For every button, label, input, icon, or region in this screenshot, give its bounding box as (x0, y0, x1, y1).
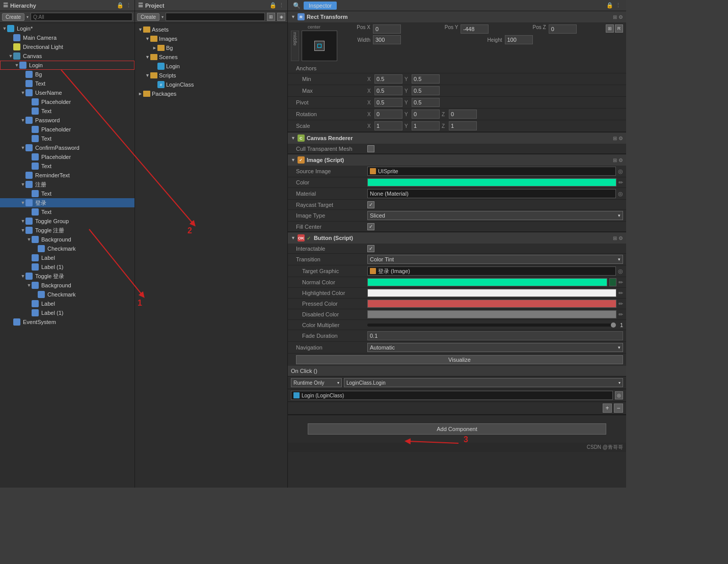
tree-item-zhuce-text[interactable]: Text (0, 189, 134, 198)
raycast-checkbox[interactable] (367, 201, 374, 208)
project-item-loginclass[interactable]: #LoginClass (137, 80, 285, 89)
button-script-header[interactable]: ▼ OK ✓ Button (Script) ⊞ ⚙ (288, 232, 626, 244)
pos-x-input[interactable] (373, 24, 401, 34)
tree-item-username[interactable]: ▼UserName (0, 88, 134, 97)
tree-item-text1[interactable]: Text (0, 79, 134, 88)
tree-item-toggle-denglu-bg[interactable]: ▼Background (0, 281, 134, 290)
tree-item-toggle-zhuce-check[interactable]: Checkmark (0, 244, 134, 253)
add-component-button[interactable]: Add Component (308, 423, 607, 435)
rot-z-input[interactable] (449, 110, 477, 119)
tree-item-bg[interactable]: Bg (0, 70, 134, 79)
tree-item-toggle-denglu-label1[interactable]: Label (1) (0, 308, 134, 317)
tree-item-eventsystem[interactable]: EventSystem (0, 317, 134, 327)
rt-reset-btn[interactable]: R (615, 24, 623, 33)
minus-button[interactable]: − (614, 404, 623, 413)
scale-z-input[interactable] (449, 121, 477, 130)
scale-x-input[interactable] (374, 121, 402, 130)
project-item-scenes[interactable]: ▼Scenes (137, 52, 285, 62)
max-y-input[interactable] (412, 86, 440, 95)
tree-item-password[interactable]: ▼Password (0, 116, 134, 125)
tree-item-password-placeholder[interactable]: Placeholder (0, 125, 134, 134)
target-graphic-field[interactable]: 登录 (Image) (367, 266, 616, 276)
plus-button[interactable]: + (603, 404, 612, 413)
image-script-header[interactable]: ▼ ✓ Image (Script) ⊞ ⚙ (288, 154, 626, 166)
login-class-target-btn[interactable]: ◎ (615, 391, 623, 399)
disabled-color-bar[interactable] (367, 310, 616, 318)
tree-item-username-text[interactable]: Text (0, 106, 134, 116)
tree-item-confirm-text[interactable]: Text (0, 162, 134, 171)
tree-item-main-camera[interactable]: Main Camera (0, 33, 134, 42)
interactable-checkbox[interactable] (367, 245, 374, 252)
width-input[interactable] (373, 35, 401, 44)
tree-item-toggle-denglu[interactable]: ▼Toggle 登录 (0, 272, 134, 281)
pressed-color-bar[interactable] (367, 300, 616, 308)
transition-dropdown[interactable]: Color Tint (367, 255, 623, 264)
color-multiplier-slider[interactable] (367, 324, 616, 327)
tree-item-password-text[interactable]: Text (0, 134, 134, 143)
rot-y-input[interactable] (412, 110, 440, 119)
source-image-target-icon[interactable]: ◎ (618, 168, 623, 175)
target-graphic-target-icon[interactable]: ◎ (618, 268, 623, 275)
hierarchy-search-input[interactable] (31, 13, 132, 21)
height-input[interactable] (505, 35, 533, 44)
normal-color-bar[interactable] (367, 278, 607, 286)
cull-checkbox[interactable] (367, 145, 374, 152)
rect-transform-header[interactable]: ▼ R Rect Transform ⊞ ⚙ (288, 11, 626, 22)
tree-item-login-star[interactable]: ▼Login* (0, 24, 134, 33)
project-item-packages[interactable]: ►Packages (137, 89, 285, 98)
runtime-dropdown[interactable]: Runtime Only (291, 378, 342, 387)
project-item-bg-folder[interactable]: ►Bg (137, 43, 285, 52)
function-dropdown[interactable]: LoginClass.Login (344, 378, 623, 387)
tree-item-confirmpassword[interactable]: ▼ConfirmPassword (0, 143, 134, 152)
normal-color-dark[interactable] (609, 278, 616, 286)
image-type-dropdown[interactable]: Sliced (367, 211, 623, 220)
highlighted-color-edit-icon[interactable]: ✏ (618, 290, 623, 297)
rect-visual[interactable] (302, 31, 337, 61)
tree-item-toggle-zhuce-bg[interactable]: ▼Background (0, 235, 134, 244)
rt-constrain-btn[interactable]: ⊞ (606, 24, 614, 33)
tree-item-toggle-denglu-check[interactable]: Checkmark (0, 290, 134, 299)
material-field[interactable]: None (Material) (367, 189, 616, 198)
project-item-login-scene[interactable]: Login (137, 62, 285, 71)
highlighted-color-bar[interactable] (367, 289, 616, 297)
tree-item-toggle-zhuce-label[interactable]: Label (0, 253, 134, 262)
tree-item-login[interactable]: ▼Login (0, 61, 134, 70)
fill-center-checkbox[interactable] (367, 223, 374, 230)
pos-z-input[interactable] (549, 24, 577, 34)
tree-item-denglu-text[interactable]: Text (0, 207, 134, 217)
image-color-bar[interactable] (367, 178, 616, 186)
source-image-field[interactable]: UISprite (367, 167, 616, 176)
min-x-input[interactable] (374, 74, 402, 84)
scale-y-input[interactable] (412, 121, 440, 130)
max-x-input[interactable] (374, 86, 402, 95)
disabled-color-edit-icon[interactable]: ✏ (618, 311, 623, 318)
login-class-field[interactable]: Login (LoginClass) (291, 391, 613, 400)
pressed-color-edit-icon[interactable]: ✏ (618, 301, 623, 307)
pivot-y-input[interactable] (412, 98, 440, 107)
tree-item-directional-light[interactable]: Directional Light (0, 42, 134, 51)
project-search-input[interactable] (166, 13, 265, 21)
project-item-scripts[interactable]: ▼Scripts (137, 71, 285, 80)
tree-item-confirm-placeholder[interactable]: Placeholder (0, 152, 134, 162)
project-item-images[interactable]: ▼Images (137, 34, 285, 43)
tree-item-toggle-denglu-label[interactable]: Label (0, 299, 134, 308)
tree-item-remindertext[interactable]: ReminderText (0, 171, 134, 180)
tree-item-toggle-zhuce-label1[interactable]: Label (1) (0, 262, 134, 272)
tree-item-canvas[interactable]: ▼Canvas (0, 51, 134, 61)
visualize-button[interactable]: Visualize (296, 355, 623, 364)
project-create-button[interactable]: Create (137, 13, 159, 21)
hierarchy-create-button[interactable]: Create (2, 13, 24, 21)
tree-item-toggle-zhuce[interactable]: ▼Toggle 注册 (0, 226, 134, 235)
tree-item-zhuce[interactable]: ▼注册 (0, 180, 134, 189)
image-color-edit-icon[interactable]: ✏ (618, 179, 623, 186)
canvas-renderer-header[interactable]: ▼ C Canvas Renderer ⊞ ⚙ (288, 132, 626, 144)
rot-x-input[interactable] (374, 110, 402, 119)
fade-duration-input[interactable] (367, 331, 623, 340)
pos-y-input[interactable] (461, 24, 489, 34)
material-target-icon[interactable]: ◎ (618, 191, 623, 197)
project-icon-btn2[interactable]: ◈ (277, 13, 285, 21)
tree-item-username-placeholder[interactable]: Placeholder (0, 97, 134, 106)
min-y-input[interactable] (412, 74, 440, 84)
project-icon-btn1[interactable]: ⊞ (267, 13, 275, 21)
normal-color-edit-icon[interactable]: ✏ (618, 279, 623, 286)
